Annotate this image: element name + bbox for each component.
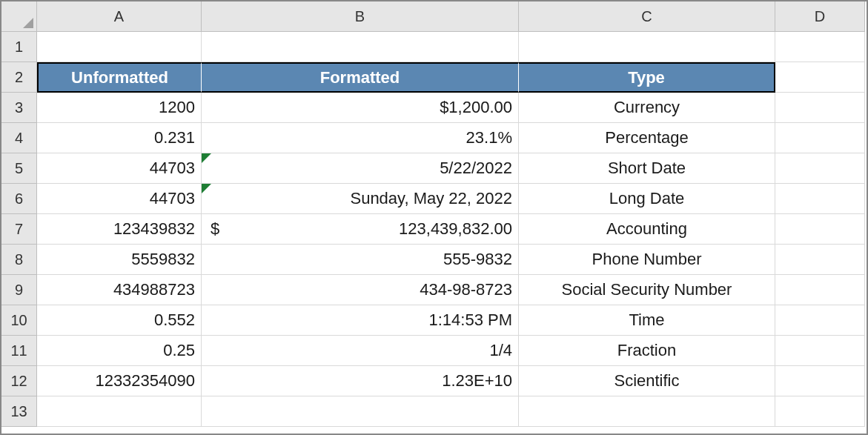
cell-A9[interactable]: 434988723 — [37, 275, 202, 305]
cell-B11[interactable]: 1/4 — [202, 336, 519, 366]
spreadsheet-grid: A B C D 1 2 Unformatted Formatted Type 3… — [1, 1, 867, 427]
select-all-corner[interactable] — [1, 1, 37, 32]
cell-D7[interactable] — [775, 214, 865, 245]
cell-B1[interactable] — [202, 32, 519, 62]
row-header-7[interactable]: 7 — [1, 214, 37, 245]
cell-C8[interactable]: Phone Number — [519, 245, 775, 275]
cell-B6[interactable]: Sunday, May 22, 2022 — [202, 184, 519, 214]
cell-A11[interactable]: 0.25 — [37, 336, 202, 366]
cell-A7[interactable]: 123439832 — [37, 214, 202, 245]
cell-D3[interactable] — [775, 93, 865, 123]
cell-C6[interactable]: Long Date — [519, 184, 775, 214]
table-header-unformatted[interactable]: Unformatted — [37, 62, 202, 93]
cell-A10[interactable]: 0.552 — [37, 305, 202, 336]
cell-D6[interactable] — [775, 184, 865, 214]
currency-symbol: $ — [208, 219, 219, 239]
cell-B5[interactable]: 5/22/2022 — [202, 153, 519, 184]
row-header-9[interactable]: 9 — [1, 275, 37, 305]
cell-C10[interactable]: Time — [519, 305, 775, 336]
row-header-11[interactable]: 11 — [1, 336, 37, 366]
cell-D9[interactable] — [775, 275, 865, 305]
cell-D5[interactable] — [775, 153, 865, 184]
cell-D12[interactable] — [775, 366, 865, 396]
cell-C5[interactable]: Short Date — [519, 153, 775, 184]
cell-C11[interactable]: Fraction — [519, 336, 775, 366]
row-header-13[interactable]: 13 — [1, 396, 37, 427]
cell-D13[interactable] — [775, 396, 865, 427]
col-header-B[interactable]: B — [202, 1, 519, 32]
cell-C12[interactable]: Scientific — [519, 366, 775, 396]
cell-C1[interactable] — [519, 32, 775, 62]
cell-B7[interactable]: $ 123,439,832.00 — [202, 214, 519, 245]
row-header-5[interactable]: 5 — [1, 153, 37, 184]
row-header-1[interactable]: 1 — [1, 32, 37, 62]
cell-D1[interactable] — [775, 32, 865, 62]
row-header-10[interactable]: 10 — [1, 305, 37, 336]
cell-B3[interactable]: $1,200.00 — [202, 93, 519, 123]
cell-B7-value: 123,439,832.00 — [399, 219, 512, 239]
col-header-C[interactable]: C — [519, 1, 775, 32]
cell-A3[interactable]: 1200 — [37, 93, 202, 123]
cell-A4[interactable]: 0.231 — [37, 123, 202, 153]
cell-B8[interactable]: 555-9832 — [202, 245, 519, 275]
col-header-A[interactable]: A — [37, 1, 202, 32]
cell-A5[interactable]: 44703 — [37, 153, 202, 184]
cell-D8[interactable] — [775, 245, 865, 275]
cell-C7[interactable]: Accounting — [519, 214, 775, 245]
cell-A13[interactable] — [37, 396, 202, 427]
cell-D4[interactable] — [775, 123, 865, 153]
row-header-2[interactable]: 2 — [1, 62, 37, 93]
cell-D10[interactable] — [775, 305, 865, 336]
cell-B9[interactable]: 434-98-8723 — [202, 275, 519, 305]
cell-A1[interactable] — [37, 32, 202, 62]
cell-D11[interactable] — [775, 336, 865, 366]
cell-A6[interactable]: 44703 — [37, 184, 202, 214]
cell-C3[interactable]: Currency — [519, 93, 775, 123]
table-header-formatted[interactable]: Formatted — [202, 62, 519, 93]
cell-B12[interactable]: 1.23E+10 — [202, 366, 519, 396]
row-header-3[interactable]: 3 — [1, 93, 37, 123]
col-header-D[interactable]: D — [775, 1, 865, 32]
cell-C9[interactable]: Social Security Number — [519, 275, 775, 305]
cell-A12[interactable]: 12332354090 — [37, 366, 202, 396]
cell-D2[interactable] — [775, 62, 865, 93]
row-header-12[interactable]: 12 — [1, 366, 37, 396]
row-header-6[interactable]: 6 — [1, 184, 37, 214]
cell-A8[interactable]: 5559832 — [37, 245, 202, 275]
row-header-4[interactable]: 4 — [1, 123, 37, 153]
cell-B10[interactable]: 1:14:53 PM — [202, 305, 519, 336]
table-header-type[interactable]: Type — [519, 62, 775, 93]
row-header-8[interactable]: 8 — [1, 245, 37, 275]
cell-C4[interactable]: Percentage — [519, 123, 775, 153]
cell-B13[interactable] — [202, 396, 519, 427]
cell-C13[interactable] — [519, 396, 775, 427]
cell-B4[interactable]: 23.1% — [202, 123, 519, 153]
